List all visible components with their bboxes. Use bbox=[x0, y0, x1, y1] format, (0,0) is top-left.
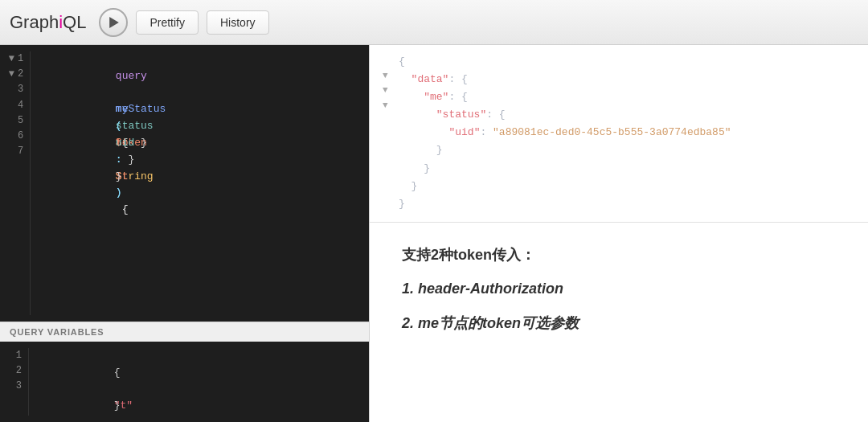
toolbar: GraphiQL Prettify History bbox=[0, 0, 868, 45]
resp-line-2: "data" : { bbox=[399, 71, 855, 88]
history-button[interactable]: History bbox=[207, 10, 269, 35]
prettify-button[interactable]: Prettify bbox=[136, 10, 199, 35]
query-vars-header: QUERY VARIABLES bbox=[0, 322, 369, 342]
resp-line-3: "me" : { bbox=[399, 88, 855, 106]
right-panel: ▼ ▼ ▼ { "data" : { bbox=[370, 45, 868, 422]
annotation-line1: 支持2种token传入： bbox=[402, 245, 836, 264]
query-editor[interactable]: ▼1 ▼2 3 4 5 6 7 query myStatus ( $t bbox=[0, 45, 369, 322]
annotation-line2: 1. header-Authorization bbox=[402, 281, 836, 297]
resp-line-1: { bbox=[399, 53, 855, 71]
run-button[interactable] bbox=[99, 8, 128, 37]
vars-line-1: { bbox=[39, 348, 359, 365]
vars-editor[interactable]: 1 2 3 { "t" : "eyJhbGciOiJSUzI1NiIsInR5c… bbox=[0, 342, 369, 422]
vars-line-numbers: 1 2 3 bbox=[0, 348, 29, 416]
resp-line-6: } bbox=[399, 141, 855, 159]
response-lines: { "data" : { "me" : { " bbox=[399, 53, 855, 213]
resp-line-7: } bbox=[399, 160, 855, 178]
main-content: ▼1 ▼2 3 4 5 6 7 query myStatus ( $t bbox=[0, 45, 868, 422]
annotation-area: 支持2种token传入： 1. header-Authorization 2. … bbox=[370, 223, 868, 422]
vars-code[interactable]: { "t" : "eyJhbGciOiJSUzI1NiIsInR5cCI6Ikp… bbox=[29, 348, 369, 416]
svg-marker-0 bbox=[110, 17, 120, 28]
resp-line-8: } bbox=[399, 178, 855, 195]
response-area: ▼ ▼ ▼ { "data" : { bbox=[370, 45, 868, 223]
annotation-line3: 2. me节点的token可选参数 bbox=[402, 313, 836, 333]
query-line-1: query myStatus ( $t : String ) { bbox=[40, 51, 359, 68]
left-panel: ▼1 ▼2 3 4 5 6 7 query myStatus ( $t bbox=[0, 45, 370, 422]
query-code[interactable]: query myStatus ( $t : String ) { me ( bbox=[31, 51, 369, 315]
resp-line-5: "uid" : "a89081ec-ded0-45c5-b555-3a0774e… bbox=[399, 124, 855, 141]
response-arrows: ▼ ▼ ▼ bbox=[383, 53, 399, 213]
resp-line-4: "status" : { bbox=[399, 106, 855, 124]
resp-line-9: } bbox=[399, 195, 855, 213]
app-logo: GraphiQL bbox=[10, 12, 86, 33]
line-numbers: ▼1 ▼2 3 4 5 6 7 bbox=[0, 51, 31, 315]
